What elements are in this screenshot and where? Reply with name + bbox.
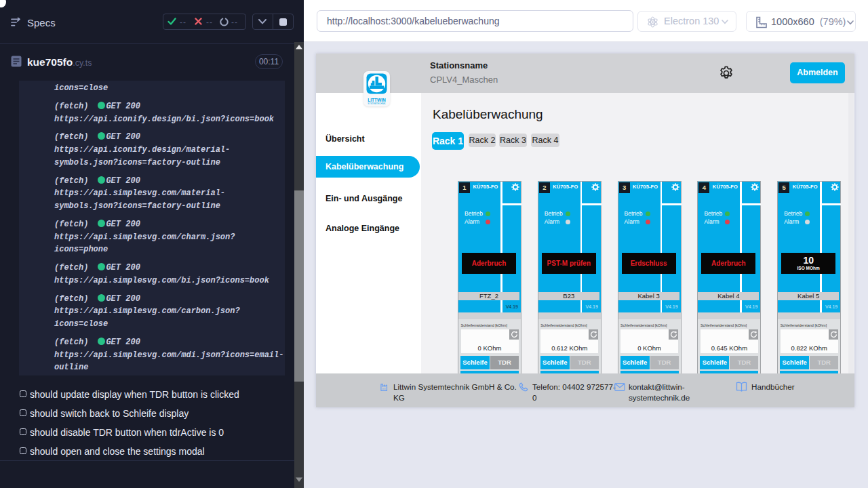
svg-text:LITTWIN: LITTWIN <box>368 98 386 102</box>
svg-text:SYSTEMTECHNIK: SYSTEMTECHNIK <box>368 102 386 105</box>
